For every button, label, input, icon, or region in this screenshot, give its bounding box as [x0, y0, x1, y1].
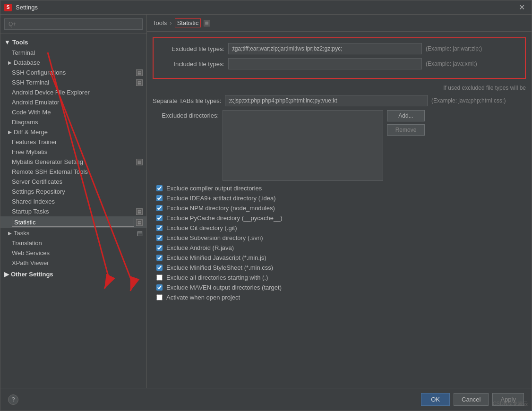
checkbox-exclude-minjs[interactable] — [156, 255, 163, 261]
ssh-terminal-icon: ▤ — [136, 79, 143, 86]
sidebar-item-diagrams[interactable]: Diagrams — [0, 117, 146, 127]
sidebar-item-server-cert[interactable]: Server Certificates — [0, 177, 146, 187]
checkbox-exclude-npm[interactable] — [156, 205, 163, 211]
sidebar-item-web-services[interactable]: Web Services — [0, 248, 146, 258]
panel-header: Tools › Statistic ▤ — [147, 15, 532, 32]
sidebar-item-ssh-terminal[interactable]: SSH Terminal ▤ — [0, 77, 146, 87]
bottom-left: ? — [8, 394, 18, 405]
sidebar-item-android-emulator[interactable]: Android Emulator — [0, 97, 146, 107]
other-settings-label: Other Settings — [11, 271, 53, 278]
diff-arrow: ▶ — [8, 129, 12, 135]
checkbox-row-11: Activate when open project — [153, 294, 526, 301]
excluded-file-types-input[interactable] — [228, 43, 422, 54]
sidebar: ▼ Tools Terminal ▶ Database SSH Configur… — [0, 15, 147, 388]
sidebar-item-mybatis-generator[interactable]: Mybatis Generator Setting ▤ — [0, 157, 146, 167]
sidebar-item-translation[interactable]: Translation — [0, 238, 146, 248]
separate-tabs-row: Separate TABs file types: (Example: java… — [153, 95, 526, 106]
startup-icon: ▤ — [136, 208, 143, 215]
checkbox-row-7: Exclude Minified Javascript (*.min.js) — [153, 254, 526, 261]
breadcrumb-page: Statistic — [175, 18, 201, 27]
sidebar-item-tasks[interactable]: ▶ Tasks ▤ — [0, 228, 146, 238]
ssh-config-icon: ▤ — [136, 69, 143, 76]
checkbox-row-0: Exclude compiler output directories — [153, 185, 526, 192]
main-content: ▼ Tools Terminal ▶ Database SSH Configur… — [0, 15, 532, 388]
checkbox-label-11: Activate when open project — [166, 294, 240, 301]
checkbox-label-8: Exclude Minified StyleSheet (*.min.css) — [166, 264, 273, 271]
edit-page-icon[interactable]: ▤ — [204, 20, 210, 26]
separate-tabs-label: Separate TABs file types: — [153, 97, 221, 104]
panel-body: Excluded file types: (Example: jar;war;z… — [147, 32, 532, 388]
excluded-dirs-textarea[interactable] — [223, 110, 383, 181]
sidebar-item-xpath-viewer[interactable]: XPath Viewer — [0, 258, 146, 268]
checkbox-label-5: Exclude Subversion directory (.svn) — [166, 234, 263, 241]
watermark: CSDN@龙凌云 — [493, 400, 528, 407]
checkbox-row-1: Exclude IDEA9+ artifact directory (.idea… — [153, 195, 526, 202]
excluded-file-types-row: Excluded file types: (Example: jar;war;z… — [158, 43, 520, 54]
tasks-icon: ▤ — [137, 230, 143, 237]
title-bar: S Settings ✕ — [0, 0, 532, 15]
close-button[interactable]: ✕ — [516, 2, 528, 13]
remove-button[interactable]: Remove — [387, 124, 425, 136]
checkbox-row-9: Exclude all directories starting with (.… — [153, 274, 526, 281]
checkbox-activate-on-open[interactable] — [156, 294, 163, 300]
checkbox-label-9: Exclude all directories starting with (.… — [166, 274, 268, 281]
search-input[interactable] — [4, 18, 143, 30]
mybatis-icon: ▤ — [136, 159, 143, 165]
sidebar-item-features-trainer[interactable]: Features Trainer — [0, 137, 146, 147]
checkbox-label-0: Exclude compiler output directories — [166, 185, 262, 192]
sidebar-item-remote-ssh[interactable]: Remote SSH External Tools — [0, 167, 146, 177]
checkbox-label-4: Exclude Git directory (.git) — [166, 224, 237, 231]
sidebar-section-tools[interactable]: ▼ Tools — [0, 36, 146, 48]
sidebar-item-settings-repo[interactable]: Settings Repository — [0, 187, 146, 197]
sidebar-item-free-mybatis[interactable]: Free Mybatis — [0, 147, 146, 157]
checkbox-exclude-git[interactable] — [156, 225, 163, 231]
right-panel: Tools › Statistic ▤ Excluded file types:… — [147, 15, 532, 388]
sidebar-item-shared-indexes[interactable]: Shared Indexes — [0, 197, 146, 206]
checkbox-exclude-maven[interactable] — [156, 284, 163, 291]
app-icon: S — [4, 4, 12, 11]
settings-window: S Settings ✕ ▼ Tools Terminal ▶ — [0, 0, 532, 411]
checkbox-exclude-idea9[interactable] — [156, 195, 163, 201]
checkbox-label-2: Exclude NPM directory (node_modules) — [166, 205, 275, 212]
bottom-bar: ? OK Cancel Apply — [0, 388, 532, 411]
checkbox-exclude-android[interactable] — [156, 245, 163, 251]
checkbox-label-1: Exclude IDEA9+ artifact directory (.idea… — [166, 195, 276, 202]
add-remove-buttons: Add... Remove — [387, 110, 425, 136]
sidebar-item-statistic[interactable]: Statistic ▤ — [0, 216, 146, 228]
checkbox-exclude-dot-dirs[interactable] — [156, 274, 163, 281]
sidebar-item-database[interactable]: ▶ Database — [0, 58, 146, 68]
sidebar-section-other-settings[interactable]: ▶ Other Settings — [0, 269, 146, 280]
checkbox-exclude-mincss[interactable] — [156, 265, 163, 271]
checkbox-row-10: Exclude MAVEN output directories (target… — [153, 284, 526, 291]
sidebar-item-startup-tasks[interactable]: Startup Tasks ▤ — [0, 206, 146, 216]
separate-tabs-input[interactable] — [225, 95, 428, 106]
tasks-arrow: ▶ — [8, 231, 12, 236]
included-file-types-input[interactable] — [228, 58, 422, 69]
sidebar-item-code-with-me[interactable]: Code With Me — [0, 107, 146, 117]
file-types-settings-box: Excluded file types: (Example: jar;war;z… — [153, 37, 526, 79]
checkbox-row-2: Exclude NPM directory (node_modules) — [153, 205, 526, 212]
excluded-dirs-label: Excluded directories: — [153, 112, 219, 119]
ok-button[interactable]: OK — [421, 393, 450, 406]
help-button[interactable]: ? — [8, 394, 18, 405]
add-button[interactable]: Add... — [387, 110, 425, 121]
included-file-types-label: Included file types: — [158, 60, 224, 68]
if-note: If used excluded file types will be — [153, 85, 526, 91]
sidebar-item-terminal[interactable]: Terminal — [0, 48, 146, 58]
tools-arrow: ▼ — [4, 39, 10, 46]
statistic-icon: ▤ — [136, 219, 143, 226]
sidebar-item-label-database: Database — [14, 59, 40, 66]
sidebar-item-ssh-config[interactable]: SSH Configurations ▤ — [0, 68, 146, 77]
sidebar-item-android-device[interactable]: Android Device File Explorer — [0, 87, 146, 97]
included-file-types-row: Included file types: (Example: java;xml;… — [158, 58, 520, 69]
checkbox-exclude-svn[interactable] — [156, 235, 163, 241]
checkbox-row-6: Exclude Android (R.java) — [153, 244, 526, 251]
tools-label: Tools — [12, 39, 28, 46]
checkbox-label-6: Exclude Android (R.java) — [166, 244, 234, 251]
checkbox-exclude-compiler[interactable] — [156, 185, 163, 191]
checkboxes-container: Exclude compiler output directories Excl… — [153, 185, 526, 301]
separate-tabs-example: (Example: java;php;html;css;) — [431, 97, 526, 104]
checkbox-exclude-pycache[interactable] — [156, 215, 163, 221]
sidebar-item-diff-merge[interactable]: ▶ Diff & Merge — [0, 127, 146, 137]
cancel-button[interactable]: Cancel — [454, 393, 489, 406]
